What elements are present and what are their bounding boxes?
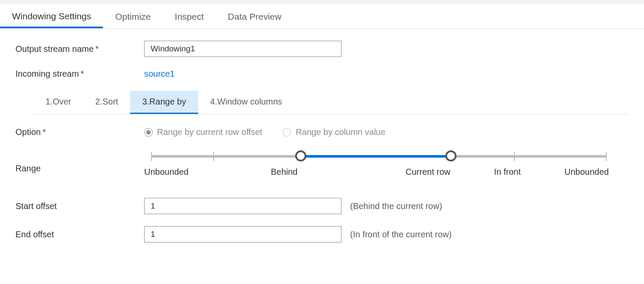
slider-tick (151, 152, 152, 161)
start-offset-label: Start offset (15, 201, 144, 211)
subtab-sort[interactable]: 2.Sort (83, 91, 130, 114)
tab-windowing-settings[interactable]: Windowing Settings (0, 7, 103, 28)
subtab-window-columns[interactable]: 4.Window columns (198, 91, 294, 114)
range-slider[interactable]: Unbounded Behind Current row In front Un… (144, 152, 609, 186)
incoming-stream-link[interactable]: source1 (144, 69, 175, 79)
end-offset-label: End offset (15, 230, 144, 239)
main-tab-strip: Windowing Settings Optimize Inspect Data… (0, 3, 644, 29)
slider-handle-start[interactable] (295, 150, 306, 161)
slider-label-behind: Behind (271, 167, 297, 177)
slider-label-unbounded-right: Unbounded (565, 167, 609, 177)
slider-label-current-row: Current row (405, 167, 450, 177)
radio-range-by-column-value[interactable]: Range by column value (283, 127, 385, 137)
slider-label-unbounded-left: Unbounded (144, 167, 188, 177)
output-stream-name-input[interactable] (144, 41, 342, 57)
window-header-strip (0, 0, 644, 3)
tab-data-preview[interactable]: Data Preview (216, 7, 293, 28)
slider-label-in-front: In front (494, 167, 521, 177)
start-offset-input[interactable] (144, 198, 342, 214)
subtab-over[interactable]: 1.Over (33, 91, 83, 114)
range-label: Range (15, 149, 144, 173)
sub-tab-strip: 1.Over 2.Sort 3.Range by 4.Window column… (33, 91, 629, 114)
slider-tick (213, 152, 214, 161)
radio-circle-icon (283, 128, 291, 137)
output-stream-name-label: Output stream name* (15, 44, 144, 54)
slider-tick (606, 152, 607, 161)
incoming-stream-label: Incoming stream* (15, 69, 144, 79)
radio-range-by-current-row-offset[interactable]: Range by current row offset (144, 127, 262, 137)
subtab-range-by[interactable]: 3.Range by (130, 91, 198, 114)
tab-optimize[interactable]: Optimize (103, 7, 163, 28)
tab-inspect[interactable]: Inspect (163, 7, 216, 28)
radio-dot-icon (144, 128, 153, 137)
slider-handle-end[interactable] (445, 150, 457, 161)
option-label: Option* (15, 127, 144, 137)
slider-tick (514, 152, 515, 161)
slider-fill (301, 155, 451, 158)
slider-labels: Unbounded Behind Current row In front Un… (144, 167, 609, 177)
end-offset-input[interactable] (144, 226, 342, 242)
end-offset-hint: (In front of the current row) (350, 230, 452, 239)
start-offset-hint: (Behind the current row) (350, 201, 442, 211)
